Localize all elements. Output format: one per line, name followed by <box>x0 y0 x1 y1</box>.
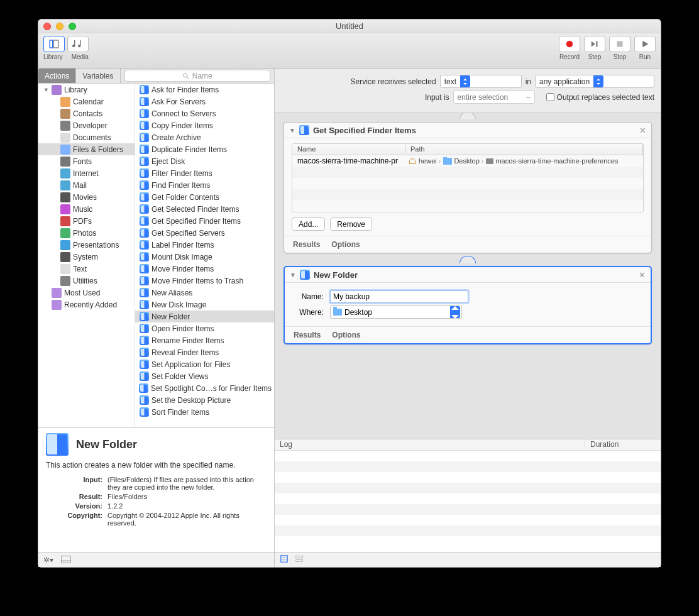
output-replaces-checkbox[interactable]: Output replaces selected text <box>546 93 654 102</box>
table-row[interactable]: macos-sierra-time-machine-pr hewei› Desk… <box>292 155 643 167</box>
add-button[interactable]: Add... <box>292 217 325 231</box>
svg-rect-1 <box>53 40 58 48</box>
service-receives-label: Service receives selected <box>351 77 436 86</box>
list-item[interactable]: Get Folder Contents <box>135 191 274 203</box>
desc-value: Copyright © 2004-2012 Apple Inc. All rig… <box>107 512 267 527</box>
list-item[interactable]: Move Finder Items <box>135 263 274 275</box>
file-icon <box>486 158 493 164</box>
sidebar-item[interactable]: PDFs <box>38 215 135 227</box>
search-input[interactable]: Name <box>124 70 271 82</box>
list-item[interactable]: Get Selected Finder Items <box>135 203 274 215</box>
list-item[interactable]: Open Finder Items <box>135 322 274 334</box>
step-label: Step <box>588 53 602 60</box>
list-item[interactable]: Create Archive <box>135 131 274 143</box>
workflow-canvas[interactable]: ▼ Get Specified Finder Items ✕ Name Path <box>275 113 661 439</box>
list-item[interactable]: Rename Finder Items <box>135 334 274 346</box>
sidebar-item[interactable]: Photos <box>38 227 135 239</box>
view-flow-icon[interactable] <box>295 554 304 566</box>
folder-icon <box>333 309 342 316</box>
desc-key: Input: <box>46 476 102 491</box>
list-item[interactable]: Filter Finder Items <box>135 167 274 179</box>
sidebar-item[interactable]: Movies <box>38 191 135 203</box>
list-item[interactable]: Mount Disk Image <box>135 251 274 263</box>
log-col[interactable]: Log <box>275 439 585 450</box>
zoom-icon[interactable] <box>69 23 76 30</box>
sidebar-item[interactable]: ▼Library <box>38 84 135 96</box>
list-item[interactable]: Set Application for Files <box>135 358 274 370</box>
gear-icon[interactable]: ✲▾ <box>43 556 53 564</box>
list-item[interactable]: Duplicate Finder Items <box>135 143 274 155</box>
list-item[interactable]: Ask For Servers <box>135 96 274 107</box>
duration-col[interactable]: Duration <box>585 439 661 450</box>
close-icon[interactable]: ✕ <box>639 270 646 280</box>
sidebar-item[interactable]: Calendar <box>38 96 135 107</box>
list-item[interactable]: Ask for Finder Items <box>135 84 274 96</box>
service-type-select[interactable]: text <box>440 75 522 88</box>
sidebar-item[interactable]: System <box>38 251 135 263</box>
action-title: New Folder <box>314 270 358 280</box>
list-item[interactable]: Set Folder Views <box>135 370 274 382</box>
list-item[interactable]: New Disk Image <box>135 299 274 311</box>
list-item[interactable]: New Folder <box>135 311 274 322</box>
input-is-select[interactable]: entire selection <box>453 91 535 104</box>
library-pane: Actions Variables Name ▼LibraryCalendarC… <box>38 69 275 567</box>
sidebar-item[interactable]: Text <box>38 263 135 275</box>
list-item[interactable]: Sort Finder Items <box>135 406 274 418</box>
tab-variables[interactable]: Variables <box>76 69 120 83</box>
action-get-specified-finder-items[interactable]: ▼ Get Specified Finder Items ✕ Name Path <box>283 122 652 253</box>
list-item[interactable]: Get Specified Finder Items <box>135 215 274 227</box>
sidebar-item[interactable]: Most Used <box>38 287 135 299</box>
sidebar-item[interactable]: Music <box>38 203 135 215</box>
service-app-select[interactable]: any application <box>535 75 654 88</box>
list-item[interactable]: Reveal Finder Items <box>135 346 274 358</box>
list-item[interactable]: Copy Finder Items <box>135 119 274 131</box>
collapse-icon[interactable] <box>61 554 71 566</box>
list-item[interactable]: Get Specified Servers <box>135 227 274 239</box>
sidebar-item[interactable]: Fonts <box>38 155 135 167</box>
sidebar-item[interactable]: Presentations <box>38 239 135 251</box>
disclosure-icon[interactable]: ▼ <box>290 272 296 278</box>
action-new-folder[interactable]: ▼ New Folder ✕ Name: Where: <box>283 266 652 344</box>
sidebar-item[interactable]: Files & Folders <box>38 143 135 155</box>
list-item[interactable]: New Aliases <box>135 287 274 299</box>
list-item[interactable]: Set the Desktop Picture <box>135 394 274 406</box>
col-path[interactable]: Path <box>405 144 643 155</box>
minimize-icon[interactable] <box>56 23 63 30</box>
results-tab[interactable]: Results <box>294 331 321 339</box>
stop-button[interactable] <box>609 36 630 52</box>
sidebar-item[interactable]: Contacts <box>38 107 135 119</box>
list-item[interactable]: Set Spotlight Co…s for Finder Items <box>135 382 274 394</box>
options-tab[interactable]: Options <box>332 331 360 339</box>
list-item[interactable]: Eject Disk <box>135 155 274 167</box>
sidebar-item[interactable]: Recently Added <box>38 299 135 311</box>
close-icon[interactable]: ✕ <box>639 126 646 135</box>
view-list-icon[interactable] <box>280 554 289 566</box>
name-input[interactable] <box>330 290 468 303</box>
file-table[interactable]: Name Path macos-sierra-time-machine-pr h… <box>292 143 644 212</box>
run-button[interactable] <box>634 36 656 52</box>
action-list[interactable]: Ask for Finder ItemsAsk For ServersConne… <box>135 84 274 427</box>
where-select[interactable]: Desktop <box>330 305 462 319</box>
step-button[interactable] <box>584 36 605 52</box>
remove-button[interactable]: Remove <box>330 217 372 231</box>
sidebar-item[interactable]: Documents <box>38 131 135 143</box>
sidebar-item[interactable]: Utilities <box>38 275 135 287</box>
tab-actions[interactable]: Actions <box>38 69 76 83</box>
list-item[interactable]: Find Finder Items <box>135 179 274 191</box>
list-item[interactable]: Connect to Servers <box>135 107 274 119</box>
category-list[interactable]: ▼LibraryCalendarContactsDeveloperDocumen… <box>38 84 135 427</box>
record-button[interactable] <box>559 36 580 52</box>
list-item[interactable]: Move Finder Items to Trash <box>135 275 274 287</box>
list-item[interactable]: Label Finder Items <box>135 239 274 251</box>
sidebar-item[interactable]: Internet <box>38 167 135 179</box>
library-toggle-button[interactable] <box>43 36 65 52</box>
options-tab[interactable]: Options <box>331 240 360 249</box>
in-label: in <box>526 77 531 86</box>
col-name[interactable]: Name <box>292 144 405 155</box>
sidebar-item[interactable]: Mail <box>38 179 135 191</box>
media-button[interactable] <box>67 36 89 52</box>
results-tab[interactable]: Results <box>293 240 320 249</box>
close-icon[interactable] <box>43 23 51 30</box>
disclosure-icon[interactable]: ▼ <box>289 127 295 134</box>
sidebar-item[interactable]: Developer <box>38 119 135 131</box>
